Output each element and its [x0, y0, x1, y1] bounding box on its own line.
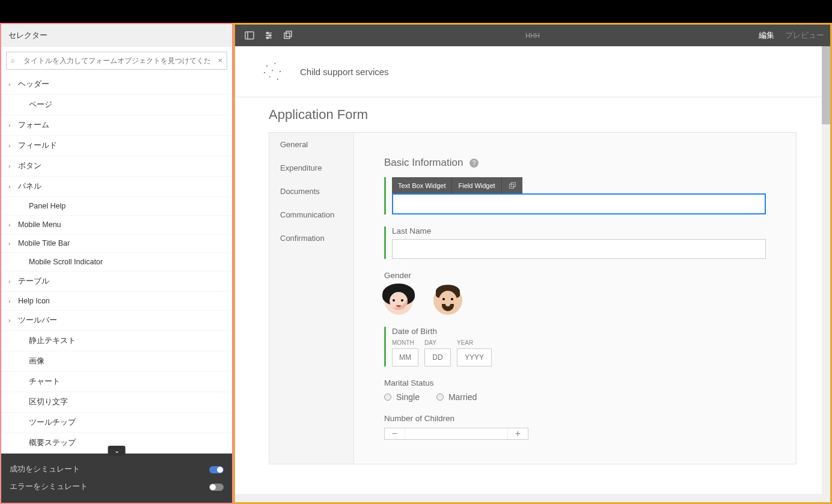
section-title: Basic Information ? [384, 157, 766, 169]
form-nav-item[interactable]: Expenditure [269, 156, 353, 180]
radio-married-label: Married [448, 392, 477, 402]
chevron-right-icon: › [8, 298, 18, 305]
first-name-input[interactable] [392, 193, 766, 214]
tree-item-label: パネル [18, 181, 41, 192]
editor-panel: HHH 編集 プレビュー Child support services Appl… [233, 23, 832, 504]
form-title: Application Form [235, 97, 830, 132]
form-nav-item[interactable]: Communication [269, 203, 353, 226]
selector-title: セレクター [1, 24, 232, 47]
simulate-success-toggle[interactable] [209, 466, 224, 473]
tree-item[interactable]: ›ヘッダー [1, 74, 232, 95]
tree-item[interactable]: ›ボタン [1, 156, 232, 177]
tree-item-label: ツールバー [18, 315, 57, 326]
dob-month-input[interactable] [392, 348, 418, 366]
settings-icon[interactable] [260, 27, 277, 44]
dob-month-label: MONTH [392, 339, 418, 346]
top-black-bar [0, 0, 832, 23]
vertical-scrollbar[interactable] [822, 46, 830, 502]
simulation-panel: 成功をシミュレート エラーをシミュレート [1, 454, 232, 503]
gender-male-option[interactable] [433, 286, 462, 315]
sidebar-toggle-icon[interactable] [241, 27, 258, 44]
close-icon[interactable]: × [218, 56, 222, 65]
svg-rect-11 [511, 183, 515, 187]
tab-field-widget[interactable]: Field Widget [452, 177, 501, 194]
help-icon[interactable]: ? [470, 159, 479, 168]
copy-icon[interactable] [502, 177, 522, 194]
tree-item[interactable]: ページ [1, 95, 232, 115]
chevron-right-icon: › [8, 317, 18, 324]
children-label: Number of Children [384, 414, 766, 423]
toolbar-center-label: HHH [525, 32, 540, 39]
layers-icon[interactable] [280, 27, 296, 44]
gender-female-option[interactable] [384, 286, 413, 315]
form-nav-item[interactable]: Confirmation [269, 226, 353, 250]
simulate-error-label: エラーをシミュレート [10, 482, 88, 492]
radio-single-label: Single [396, 392, 420, 402]
search-input[interactable] [6, 52, 227, 70]
tree-item[interactable]: ›フィールド [1, 136, 232, 156]
radio-single[interactable]: Single [384, 392, 420, 402]
tree-item-label: フィールド [18, 141, 57, 151]
form-nav-item[interactable]: Documents [269, 180, 353, 203]
tree-item[interactable]: ›Mobile Menu [1, 216, 232, 234]
dob-day-input[interactable] [424, 348, 451, 366]
stepper-value[interactable] [405, 428, 507, 439]
dob-year-label: YEAR [457, 339, 492, 346]
preview-mode-button[interactable]: プレビュー [785, 30, 824, 41]
tree-item[interactable]: Panel Help [1, 197, 232, 216]
chevron-right-icon: › [8, 122, 18, 129]
tree-item[interactable]: Mobile Scroll Indicator [1, 253, 232, 272]
tree-item-label: 静止テキスト [29, 336, 76, 346]
svg-rect-0 [245, 32, 254, 39]
tree-item[interactable]: ツールチップ [1, 413, 232, 433]
form-nav-item[interactable]: General [269, 133, 353, 156]
last-name-input[interactable] [392, 239, 766, 259]
tree-item-label: 区切り文字 [29, 397, 68, 407]
tree-item[interactable]: ›Help Icon [1, 292, 232, 311]
tree-item[interactable]: 画像 [1, 351, 232, 372]
tree-item[interactable]: ›Mobile Title Bar [1, 234, 232, 253]
tree-item-label: Mobile Menu [18, 220, 61, 229]
dob-year-input[interactable] [457, 348, 492, 366]
service-title: Child support services [300, 67, 389, 77]
chevron-right-icon: › [8, 183, 18, 190]
last-name-label: Last Name [392, 226, 766, 235]
tree-item[interactable]: 区切り文字 [1, 392, 232, 413]
chevron-right-icon: › [8, 278, 18, 285]
dob-day-label: DAY [424, 339, 451, 346]
chevron-right-icon: › [8, 222, 18, 228]
marital-status-label: Marital Status [384, 378, 766, 387]
tree-item-label: ツールチップ [29, 417, 76, 428]
stepper-plus-button[interactable]: + [507, 428, 528, 439]
tree-item[interactable]: ›パネル [1, 177, 232, 197]
simulate-error-toggle[interactable] [209, 484, 224, 491]
dob-label: Date of Birth [392, 327, 766, 336]
tree-item-label: フォーム [18, 120, 49, 130]
edit-mode-button[interactable]: 編集 [759, 30, 774, 41]
svg-rect-8 [284, 33, 290, 38]
collapse-handle[interactable]: ⌄ [108, 446, 126, 456]
tree-item-label: Help Icon [18, 297, 50, 305]
tree-item[interactable]: ›テーブル [1, 272, 232, 292]
tree-item[interactable]: チャート [1, 372, 232, 392]
tree-item-label: ヘッダー [18, 79, 49, 90]
service-logo [259, 58, 286, 85]
widget-tabs: Text Box Widget Field Widget [392, 177, 522, 194]
tree-item-label: Mobile Title Bar [18, 239, 70, 247]
chevron-right-icon: › [8, 142, 18, 149]
radio-married[interactable]: Married [436, 392, 477, 402]
tree-item[interactable]: ›フォーム [1, 115, 232, 136]
tree-item[interactable]: 静止テキスト [1, 331, 232, 351]
simulate-success-label: 成功をシミュレート [10, 464, 80, 475]
tab-text-box-widget[interactable]: Text Box Widget [392, 177, 452, 194]
tree-item-label: チャート [29, 377, 60, 387]
tree-item[interactable]: ›ツールバー [1, 311, 232, 331]
tree-item-label: Panel Help [29, 202, 66, 210]
tree-item-label: ページ [29, 100, 52, 110]
stepper-minus-button[interactable]: − [385, 428, 405, 439]
svg-point-5 [267, 32, 269, 34]
horizontal-scrollbar[interactable] [235, 494, 830, 502]
tree-item-label: 概要ステップ [29, 438, 76, 448]
tree-item-label: テーブル [18, 276, 49, 287]
tree-item-label: Mobile Scroll Indicator [29, 258, 103, 266]
